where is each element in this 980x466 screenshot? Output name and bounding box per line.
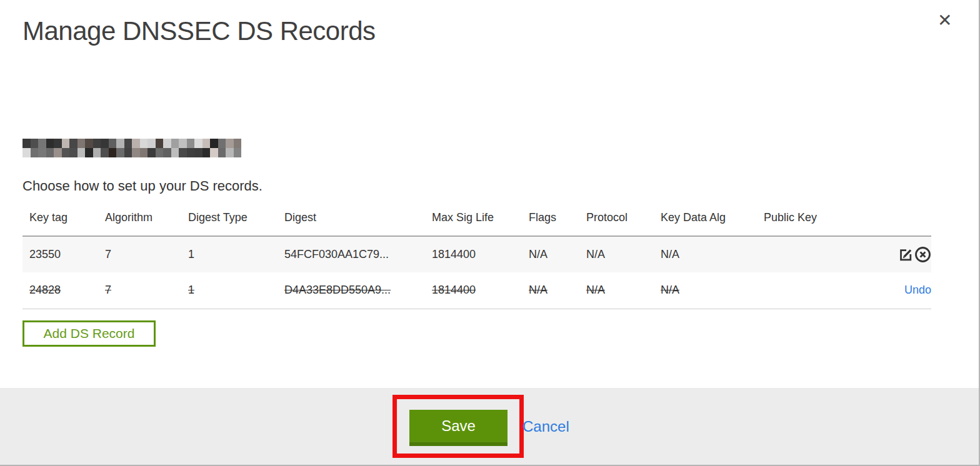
cancel-link[interactable]: Cancel [522, 418, 569, 435]
annotation-highlight-box: Save [392, 395, 524, 458]
cell-key-tag: 24828 [22, 272, 98, 309]
cell-digest: 54FCF030AA1C79... [278, 236, 425, 272]
redacted-domain [22, 139, 241, 157]
cell-flags: N/A [522, 236, 579, 272]
table-header-row: Key tag Algorithm Digest Type Digest Max… [22, 205, 931, 236]
ds-records-table-wrap: Key tag Algorithm Digest Type Digest Max… [22, 205, 931, 309]
table-row: 2482871D4A33E8DD550A9...1814400N/AN/AN/A… [22, 272, 931, 309]
instruction-text: Choose how to set up your DS records. [22, 178, 262, 194]
cell-flags: N/A [522, 272, 579, 309]
remove-icon [914, 246, 931, 263]
col-header-digest: Digest [278, 205, 425, 236]
edit-icon [898, 247, 913, 262]
table-row: 235507154FCF030AA1C79...1814400N/AN/AN/A [22, 236, 931, 272]
col-header-digest-type: Digest Type [181, 205, 278, 236]
cell-key-tag: 23550 [22, 236, 98, 272]
cell-algorithm: 7 [98, 236, 181, 272]
edit-button[interactable] [898, 247, 913, 262]
cell-key-data-alg: N/A [654, 272, 757, 309]
cell-algorithm: 7 [98, 272, 181, 309]
col-header-key-data-alg: Key Data Alg [654, 205, 757, 236]
col-header-max-sig-life: Max Sig Life [425, 205, 522, 236]
col-header-flags: Flags [522, 205, 579, 236]
cell-digest-type: 1 [181, 272, 278, 309]
cell-digest-type: 1 [181, 236, 278, 272]
cell-public-key [757, 272, 851, 309]
close-icon[interactable]: ✕ [938, 11, 952, 30]
cell-key-data-alg: N/A [654, 236, 757, 272]
cell-digest: D4A33E8DD550A9... [278, 272, 425, 309]
add-ds-record-button[interactable]: Add DS Record [22, 320, 156, 347]
col-header-protocol: Protocol [579, 205, 654, 236]
footer-bar: Save Cancel [0, 388, 979, 465]
ds-records-table: Key tag Algorithm Digest Type Digest Max… [22, 205, 931, 309]
cell-public-key [757, 236, 851, 272]
col-header-algorithm: Algorithm [98, 205, 181, 236]
undo-link[interactable]: Undo [904, 284, 931, 296]
save-button[interactable]: Save [409, 410, 508, 446]
cell-max-sig-life: 1814400 [425, 272, 522, 309]
cell-max-sig-life: 1814400 [425, 236, 522, 272]
cell-protocol: N/A [579, 236, 654, 272]
remove-button[interactable] [914, 246, 931, 263]
col-header-public-key: Public Key [757, 205, 851, 236]
cell-protocol: N/A [579, 272, 654, 309]
page-title: Manage DNSSEC DS Records [22, 16, 376, 46]
cell-actions: Undo [851, 272, 931, 309]
col-header-key-tag: Key tag [22, 205, 98, 236]
dnssec-modal: Manage DNSSEC DS Records ✕ Choose how to… [0, 0, 980, 466]
col-header-actions [851, 205, 931, 236]
cell-actions [851, 236, 931, 272]
